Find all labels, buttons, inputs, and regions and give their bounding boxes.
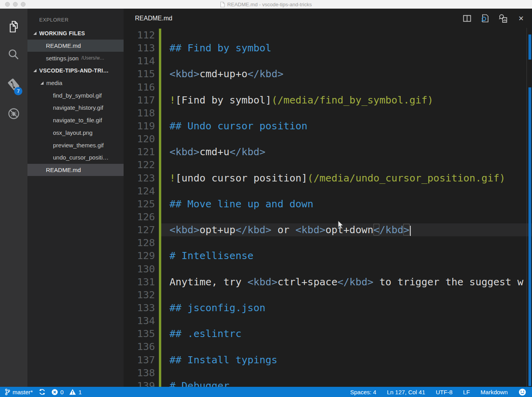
activity-explorer-button[interactable] [0, 15, 27, 38]
close-window-button[interactable] [5, 2, 10, 7]
item-label: navigate_to_file.gif [53, 117, 102, 123]
section-header[interactable]: VSCODE-TIPS-AND-TRI… [27, 64, 124, 77]
line-number: 119 [124, 120, 155, 132]
zoom-window-button[interactable] [21, 2, 26, 7]
item-label: preview_themes.gif [53, 142, 104, 149]
code-line[interactable]: 136 [124, 340, 532, 353]
code-line-current[interactable]: 127<kbd>opt+up</kbd> or <kbd>opt+down</k… [124, 223, 532, 236]
section-header[interactable]: WORKING FILES [27, 27, 124, 40]
tree-folder[interactable]: media [27, 77, 124, 89]
code-line[interactable]: 121<kbd>cmd+u</kbd> [124, 145, 532, 158]
cursor-position-status[interactable]: Ln 127, Col 41 [387, 387, 425, 397]
activity-git-button[interactable]: 7 [0, 73, 27, 96]
code-line[interactable]: 139# Debugger [124, 379, 532, 387]
code-line[interactable]: 119## Undo cursor position [124, 120, 532, 132]
tab-readme[interactable]: README.md [135, 15, 172, 22]
text-caret [410, 226, 411, 236]
feedback-smiley-icon[interactable] [518, 387, 527, 397]
code-line[interactable]: 114 [124, 54, 532, 67]
code-line[interactable]: 129# Intellisense [124, 249, 532, 262]
indentation-status[interactable]: Spaces: 4 [350, 387, 376, 397]
code-line[interactable]: 132 [124, 288, 532, 301]
code-token: /kbd [379, 224, 403, 236]
status-bar-left: master* [0, 387, 82, 397]
tree-item[interactable]: README.md [27, 40, 124, 52]
code-line[interactable]: 112 [124, 29, 532, 42]
line-content [161, 81, 532, 94]
overview-ruler-decoration[interactable] [528, 87, 531, 386]
item-label: WORKING FILES [39, 30, 85, 36]
line-content: ## Install typings [161, 353, 532, 366]
code-area[interactable]: 112113## Find by symbol114115<kbd>cmd+up… [124, 29, 532, 387]
code-line[interactable]: 130 [124, 263, 532, 276]
tree-item[interactable]: osx_layout.png [27, 127, 124, 139]
line-content [161, 185, 532, 198]
code-line[interactable]: 133## jsconfig.json [124, 301, 532, 314]
code-line[interactable]: 117![Find by symbol](/media/find_by_symb… [124, 94, 532, 107]
line-number: 114 [124, 54, 155, 67]
sync-button[interactable] [38, 387, 46, 397]
twistie-expanded-icon[interactable] [33, 69, 36, 72]
code-token: [undo cursor position] [175, 172, 307, 184]
line-content: <kbd>opt+up</kbd> or <kbd>opt+down</kbd> [161, 223, 532, 236]
code-token: ctrl+space [277, 276, 337, 288]
workbench: 7 EXPLORER WORKING FILESREADME.mdsetting… [0, 9, 532, 387]
minimize-window-button[interactable] [13, 2, 18, 7]
code-line[interactable]: 124 [124, 185, 532, 198]
code-line[interactable]: 128 [124, 236, 532, 249]
line-content: ![Find by symbol](/media/find_by_symbol.… [161, 94, 532, 107]
twistie-expanded-icon[interactable] [33, 32, 36, 35]
code-line[interactable]: 125## Move line up and down [124, 198, 532, 210]
tree-item[interactable]: preview_themes.gif [27, 139, 124, 151]
code-line[interactable]: 113## Find by symbol [124, 42, 532, 54]
item-label: settings.json [46, 55, 78, 62]
code-token: <kbd> [295, 224, 325, 236]
language-mode-status[interactable]: Markdown [481, 387, 508, 397]
code-line[interactable]: 122 [124, 158, 532, 171]
code-line[interactable]: 138 [124, 366, 532, 379]
tree-item[interactable]: navigate_to_file.gif [27, 114, 124, 127]
code-line[interactable]: 123![undo cursor position](/media/undo_c… [124, 172, 532, 185]
line-content: # Intellisense [161, 249, 532, 262]
scrollbar-border [527, 28, 527, 387]
warning-count[interactable]: 1 [69, 387, 82, 397]
twistie-expanded-icon[interactable] [40, 82, 44, 85]
line-number: 131 [124, 276, 155, 288]
tree-item[interactable]: find_by_symbol.gif [27, 89, 124, 102]
code-line[interactable]: 120 [124, 132, 532, 145]
code-line[interactable]: 134 [124, 314, 532, 327]
code-token: (/media/undo_cursor_position.gif) [308, 172, 505, 184]
git-branch-status[interactable]: master* [5, 387, 33, 397]
close-icon[interactable]: ✕ [516, 14, 526, 23]
split-editor-icon[interactable] [462, 14, 472, 23]
overview-ruler-decoration[interactable] [528, 34, 531, 60]
code-line[interactable]: 137## Install typings [124, 353, 532, 366]
tree-item[interactable]: README.md [27, 164, 124, 176]
eol-status[interactable]: LF [463, 387, 470, 397]
encoding-status[interactable]: UTF-8 [436, 387, 453, 397]
tree-item[interactable]: navigate_history.gif [27, 102, 124, 114]
tree-item[interactable]: undo_cursor_positi… [27, 151, 124, 164]
line-content [161, 236, 532, 249]
code-line[interactable]: 135## .eslintrc [124, 327, 532, 340]
activity-debug-button[interactable] [0, 102, 27, 125]
code-line[interactable]: 126 [124, 210, 532, 223]
code-line[interactable]: 118 [124, 107, 532, 120]
git-changes-badge: 7 [14, 87, 22, 95]
code-line[interactable]: 115<kbd>cmd+up+o</kbd> [124, 67, 532, 80]
traffic-lights [5, 2, 26, 7]
code-token: <kbd> [169, 68, 199, 80]
mouse-cursor [338, 221, 344, 229]
open-preview-icon[interactable] [480, 14, 490, 23]
line-number: 116 [124, 81, 155, 94]
tab-bar: README.md [124, 9, 532, 28]
status-bar-right: Spaces: 4 Ln 127, Col 41 UTF-8 LF Markdo… [350, 387, 532, 397]
error-count[interactable]: 0 [51, 387, 64, 397]
activity-search-button[interactable] [0, 43, 27, 67]
line-content [161, 29, 532, 42]
preview-side-icon[interactable] [498, 14, 508, 23]
code-line[interactable]: 131Anytime, try <kbd>ctrl+space</kbd> to… [124, 276, 532, 288]
line-content: <kbd>cmd+u</kbd> [161, 145, 532, 158]
code-line[interactable]: 116 [124, 81, 532, 94]
tree-item[interactable]: settings.json/Users/w… [27, 52, 124, 64]
